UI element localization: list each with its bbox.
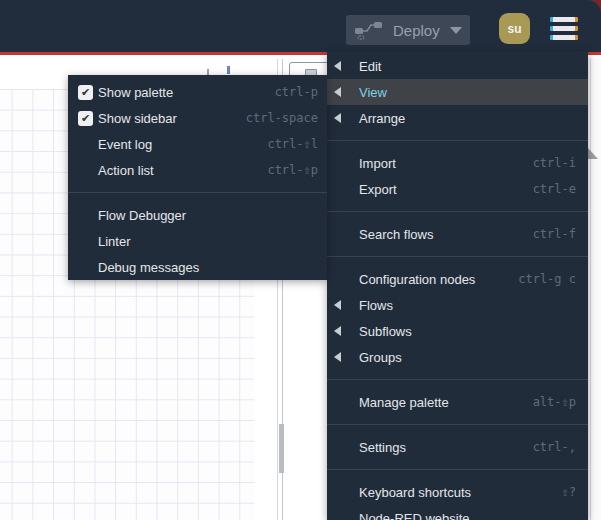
menu-item-label: Keyboard shortcuts [359,485,471,500]
menu-item-groups[interactable]: Groups [327,344,588,370]
deploy-dropdown-caret-icon[interactable] [450,27,462,34]
menu-item-import[interactable]: Import ctrl-i [327,150,588,176]
menu-separator [68,192,327,193]
submenu-arrow-icon [334,61,341,71]
menu-item-shortcut: ctrl-space [246,111,318,125]
submenu-arrow-icon [334,113,341,123]
menu-item-label: Export [359,182,397,197]
menu-item-shortcut: alt-⇧p [533,395,576,409]
menu-item-label: Configuration nodes [359,272,475,287]
menu-item-label: Groups [359,350,402,365]
menu-item-label: Debug messages [98,260,199,275]
menu-item-settings[interactable]: Settings ctrl-, [327,434,588,460]
menu-item-export[interactable]: Export ctrl-e [327,176,588,202]
sidebar-resize-handle-icon[interactable] [588,148,598,159]
menu-separator [327,424,588,425]
submenu-arrow-icon [334,87,341,97]
checkbox-checked-icon[interactable]: ✔ [78,85,93,100]
main-dropdown-menu: Edit View Arrange Import ctrl-i Export c… [327,51,588,520]
menu-item-flows[interactable]: Flows [327,292,588,318]
submenu-item-show-palette[interactable]: ✔ Show palette ctrl-p [68,79,327,105]
menu-item-label: Linter [98,234,131,249]
menu-separator [327,256,588,257]
menu-item-nodered-website[interactable]: Node-RED website [327,505,588,520]
menu-item-label: Search flows [359,227,433,242]
menu-separator [327,469,588,470]
checkbox-checked-icon[interactable]: ✔ [78,111,93,126]
deploy-nodes-icon [354,20,384,40]
menu-item-label: Event log [98,137,152,152]
submenu-item-show-sidebar[interactable]: ✔ Show sidebar ctrl-space [68,105,327,131]
menu-item-shortcut: ctrl-g c [518,272,576,286]
submenu-item-debug-messages[interactable]: Debug messages [68,254,327,280]
submenu-item-event-log[interactable]: Event log ctrl-⇧l [68,131,327,157]
menu-item-shortcut: ctrl-i [533,156,576,170]
menu-item-shortcut: ctrl-⇧l [267,137,318,151]
submenu-item-action-list[interactable]: Action list ctrl-⇧p [68,157,327,183]
hamburger-bar [550,17,578,22]
menu-item-shortcut: ⇧? [562,485,576,499]
menu-item-label: Manage palette [359,395,449,410]
menu-item-label: Settings [359,440,406,455]
menu-item-label: Import [359,156,396,171]
menu-item-shortcut: ctrl-⇧p [267,163,318,177]
menu-item-search-flows[interactable]: Search flows ctrl-f [327,221,588,247]
menu-item-label: View [359,85,387,100]
view-submenu: ✔ Show palette ctrl-p ✔ Show sidebar ctr… [68,75,327,280]
sidebar-edge-line [590,58,591,520]
main-menu-hamburger-icon[interactable] [550,17,578,40]
user-avatar[interactable]: su [499,13,530,44]
menu-item-edit[interactable]: Edit [327,53,588,79]
menu-item-configuration-nodes[interactable]: Configuration nodes ctrl-g c [327,266,588,292]
submenu-item-linter[interactable]: Linter [68,228,327,254]
menu-item-shortcut: ctrl-e [533,182,576,196]
menu-item-label: Show sidebar [98,111,177,126]
menu-item-arrange[interactable]: Arrange [327,105,588,131]
hamburger-bar [550,26,578,31]
submenu-arrow-icon [334,300,341,310]
menu-item-view[interactable]: View [327,79,588,105]
menu-item-shortcut: ctrl-f [533,227,576,241]
deploy-button-label: Deploy [393,22,440,39]
menu-separator [327,379,588,380]
menu-item-label: Node-RED website [359,511,470,520]
submenu-arrow-icon [334,326,341,336]
menu-item-label: Subflows [359,324,412,339]
menu-item-keyboard-shortcuts[interactable]: Keyboard shortcuts ⇧? [327,479,588,505]
header-bar: Deploy su [0,0,601,55]
menu-item-label: Flows [359,298,393,313]
menu-item-manage-palette[interactable]: Manage palette alt-⇧p [327,389,588,415]
menu-item-label: Edit [359,59,381,74]
workspace-scrollbar-thumb[interactable] [279,424,284,473]
menu-item-label: Arrange [359,111,405,126]
menu-item-label: Action list [98,163,154,178]
menu-separator [327,140,588,141]
menu-item-shortcut: ctrl-, [533,440,576,454]
hamburger-bar [550,35,578,40]
deploy-button[interactable]: Deploy [346,15,470,45]
sidebar-edge-strip [588,58,601,520]
submenu-item-flow-debugger[interactable]: Flow Debugger [68,202,327,228]
menu-item-label: Flow Debugger [98,208,186,223]
menu-item-label: Show palette [98,85,173,100]
menu-item-shortcut: ctrl-p [275,85,318,99]
menu-item-subflows[interactable]: Subflows [327,318,588,344]
tab-marker-active [227,66,230,74]
menu-separator [327,211,588,212]
submenu-arrow-icon [334,352,341,362]
